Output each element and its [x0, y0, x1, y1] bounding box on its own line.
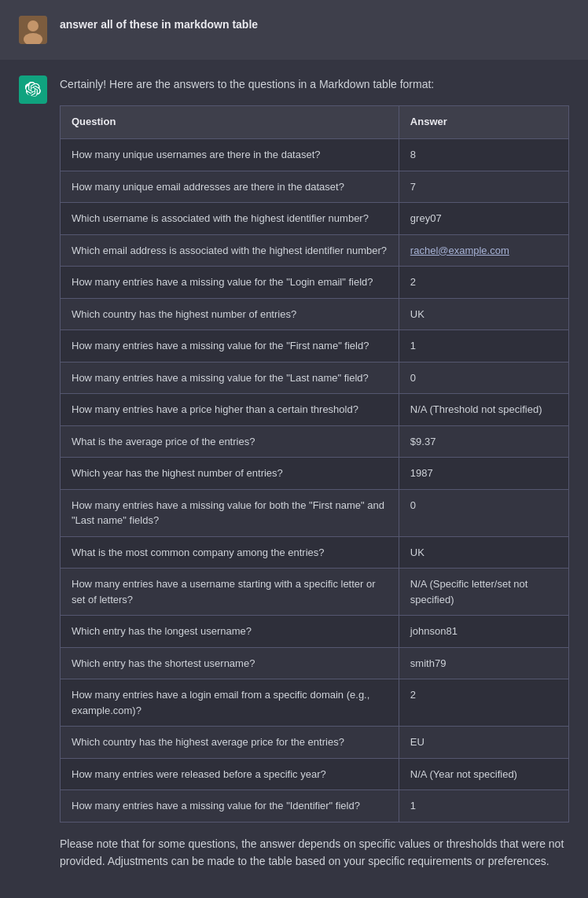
table-row: Which country has the highest average pr…	[61, 727, 569, 759]
table-row: Which entry has the longest username?joh…	[61, 616, 569, 648]
table-cell-question: Which year has the highest number of ent…	[61, 458, 399, 490]
answer-header: Answer	[399, 106, 568, 139]
table-cell-question: How many entries have a price higher tha…	[61, 394, 399, 426]
table-cell-question: Which entry has the longest username?	[61, 616, 399, 648]
table-cell-answer: 8	[399, 139, 568, 171]
table-cell-answer: $9.37	[399, 425, 568, 458]
user-avatar	[19, 16, 47, 44]
table-cell-answer: 2	[399, 679, 568, 727]
table-cell-question: How many entries have a missing value fo…	[61, 362, 399, 394]
question-header: Question	[61, 106, 399, 139]
table-cell-question: How many entries have a missing value fo…	[61, 790, 399, 823]
table-cell-question: Which country has the highest number of …	[61, 298, 399, 330]
user-message-text: answer all of these in markdown table	[60, 16, 569, 33]
table-row: How many unique email addresses are ther…	[61, 171, 569, 203]
answers-table: Question Answer How many unique username…	[60, 105, 569, 822]
table-cell-answer: smith79	[399, 647, 568, 679]
table-cell-question: How many unique email addresses are ther…	[61, 171, 399, 203]
table-row: What is the most common company among th…	[61, 536, 569, 569]
table-cell-answer: UK	[399, 536, 568, 569]
table-cell-question: How many entries have a missing value fo…	[61, 489, 399, 536]
table-cell-question: Which username is associated with the hi…	[61, 203, 399, 235]
openai-icon	[25, 82, 41, 98]
table-row: How many unique usernames are there in t…	[61, 139, 569, 171]
table-cell-answer: 2	[399, 267, 568, 299]
chat-container: answer all of these in markdown table Ce…	[0, 0, 588, 885]
table-cell-question: Which email address is associated with t…	[61, 234, 399, 267]
assistant-intro-text: Certainly! Here are the answers to the q…	[60, 75, 569, 93]
table-row: How many entries have a login email from…	[61, 679, 569, 727]
table-cell-answer: N/A (Specific letter/set not specified)	[399, 569, 568, 616]
assistant-message-row: Certainly! Here are the answers to the q…	[0, 60, 588, 885]
table-row: Which email address is associated with t…	[61, 234, 569, 267]
table-header-row: Question Answer	[61, 106, 569, 139]
table-cell-question: How many entries were released before a …	[61, 758, 399, 790]
table-cell-answer: EU	[399, 727, 568, 759]
table-cell-question: How many entries have a missing value fo…	[61, 267, 399, 299]
table-row: How many entries have a missing value fo…	[61, 330, 569, 363]
markdown-table-wrapper: Question Answer How many unique username…	[60, 105, 569, 822]
table-row: How many entries have a username startin…	[61, 569, 569, 616]
table-row: How many entries have a price higher tha…	[61, 394, 569, 426]
table-cell-question: What is the average price of the entries…	[61, 425, 399, 458]
table-cell-answer: 1987	[399, 458, 568, 490]
assistant-avatar	[19, 75, 47, 104]
table-row: How many entries have a missing value fo…	[61, 267, 569, 299]
table-row: How many entries have a missing value fo…	[61, 362, 569, 394]
user-message-row: answer all of these in markdown table	[0, 0, 588, 60]
table-cell-question: How many entries have a missing value fo…	[61, 330, 399, 363]
table-cell-question: How many unique usernames are there in t…	[61, 139, 399, 171]
table-cell-question: What is the most common company among th…	[61, 536, 399, 569]
table-cell-question: How many entries have a login email from…	[61, 679, 399, 727]
table-cell-answer: N/A (Threshold not specified)	[399, 394, 568, 426]
table-row: Which entry has the shortest username?sm…	[61, 647, 569, 679]
user-message-content: answer all of these in markdown table	[60, 16, 569, 33]
table-cell-answer: johnson81	[399, 616, 568, 648]
table-cell-answer: 1	[399, 330, 568, 363]
table-cell-answer: N/A (Year not specified)	[399, 758, 568, 790]
table-row: Which year has the highest number of ent…	[61, 458, 569, 490]
table-cell-question: How many entries have a username startin…	[61, 569, 399, 616]
table-cell-answer: UK	[399, 298, 568, 330]
table-row: How many entries have a missing value fo…	[61, 489, 569, 536]
table-row: What is the average price of the entries…	[61, 425, 569, 458]
table-cell-answer: 1	[399, 790, 568, 823]
table-cell-answer: 0	[399, 489, 568, 536]
table-cell-question: Which entry has the shortest username?	[61, 647, 399, 679]
table-cell-answer: grey07	[399, 203, 568, 235]
table-row: Which country has the highest number of …	[61, 298, 569, 330]
note-text: Please note that for some questions, the…	[60, 835, 569, 870]
table-row: How many entries have a missing value fo…	[61, 790, 569, 823]
table-row: Which username is associated with the hi…	[61, 203, 569, 235]
table-cell-answer: 0	[399, 362, 568, 394]
svg-point-1	[28, 20, 39, 31]
table-cell-answer: rachel@example.com	[399, 234, 568, 267]
table-cell-question: Which country has the highest average pr…	[61, 727, 399, 759]
table-cell-answer: 7	[399, 171, 568, 203]
assistant-message-content: Certainly! Here are the answers to the q…	[60, 75, 569, 870]
table-row: How many entries were released before a …	[61, 758, 569, 790]
answer-link: rachel@example.com	[410, 245, 509, 256]
